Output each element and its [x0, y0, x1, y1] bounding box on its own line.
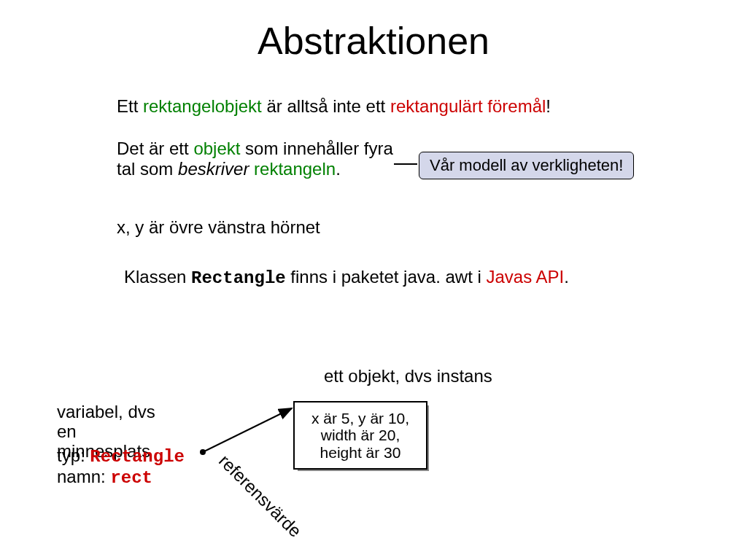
text-namn: namn:: [57, 467, 110, 486]
code-name-rect: rect: [110, 468, 152, 488]
text: är alltså inte ett: [262, 96, 390, 116]
row-namn: namn: rect: [57, 467, 185, 489]
text: en: [57, 422, 185, 442]
text-rektangelobjekt: rektangelobjekt: [143, 96, 262, 116]
variable-block: variabel, dvs en minnesplats typ: Rectan…: [57, 402, 185, 489]
text-xy-corner: x, y är övre vänstra hörnet: [117, 217, 320, 238]
object-box: x är 5, y är 10, width är 20, height är …: [293, 401, 427, 470]
svg-line-1: [203, 408, 292, 452]
svg-point-2: [200, 449, 206, 455]
label-instans: ett objekt, dvs instans: [324, 366, 492, 386]
text-class-info: Klassen Rectangle finns i paketet java. …: [124, 267, 605, 289]
text: .: [336, 159, 341, 179]
text: variabel, dvs: [57, 402, 185, 422]
text: finns i paketet java. awt i: [286, 267, 487, 287]
text: Ett: [117, 96, 143, 116]
text: Klassen: [124, 267, 191, 287]
text: .: [564, 267, 569, 287]
code-type-rectangle: Rectangle: [90, 447, 185, 467]
slide-title: Abstraktionen: [0, 19, 747, 63]
obj-line3: height är 30: [295, 444, 426, 461]
obj-line1: x är 5, y är 10,: [295, 410, 426, 427]
text: !: [546, 96, 551, 116]
intro-sentence: Ett rektangelobjekt är alltså inte ett r…: [117, 96, 551, 117]
text: Det är ett: [117, 139, 193, 158]
row-minnesplats-typ: minnesplats typ: Rectangle: [57, 442, 185, 463]
slide: Abstraktionen Ett rektangelobjekt är all…: [0, 0, 747, 560]
obj-line2: width är 20,: [295, 427, 426, 443]
text-javas-api: Javas API: [487, 267, 565, 287]
text-beskriver: beskriver: [178, 159, 249, 179]
text-rektangeln: rektangeln: [254, 159, 336, 179]
callout-model: Vår modell av verkligheten!: [419, 152, 634, 179]
text-typ: typ:: [57, 446, 90, 465]
text-objekt: objekt: [193, 139, 240, 158]
code-rectangle: Rectangle: [191, 268, 286, 288]
label-referensvarde: referensvärde: [214, 451, 306, 542]
description-object: Det är ett objekt som innehåller fyra ta…: [117, 139, 394, 179]
text-rektangulart-foremal: rektangulärt föremål: [390, 96, 546, 116]
